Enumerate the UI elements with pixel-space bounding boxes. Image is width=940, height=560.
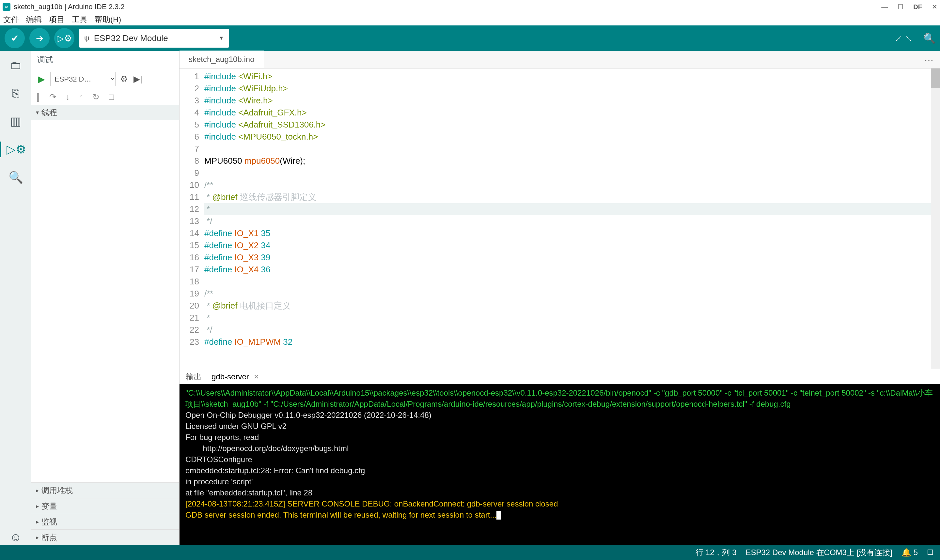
debug-controls: ▶ ESP32 D… ⚙ ▶| bbox=[31, 69, 179, 89]
notifications-icon[interactable]: 🔔 5 bbox=[901, 548, 918, 557]
app-logo-icon: ∞ bbox=[3, 3, 11, 11]
debug-panel: 调试 ▶ ESP32 D… ⚙ ▶| ‖ ↷ ↓ ↑ ↻ □ ▾线程 ▸调用堆栈… bbox=[31, 51, 180, 545]
terminal-tabs: 输出 gdb-server ✕ bbox=[180, 369, 940, 384]
line-gutter: 1234567891011121314151617181920212223 bbox=[180, 69, 204, 369]
activity-bar: 🗀 ⎘ ▥ ▷⚙ 🔍 ☺ bbox=[0, 51, 31, 545]
menu-tools[interactable]: 工具 bbox=[72, 14, 88, 25]
library-manager-icon[interactable]: ▥ bbox=[8, 114, 23, 129]
menubar: 文件 编辑 项目 工具 帮助(H) bbox=[0, 14, 940, 25]
editor-area: sketch_aug10b.ino ⋯ 12345678910111213141… bbox=[180, 51, 940, 545]
chevron-right-icon: ▸ bbox=[36, 503, 39, 510]
start-debug-button[interactable]: ▶ bbox=[36, 74, 47, 85]
usb-icon: ψ bbox=[84, 34, 89, 42]
maximize-icon[interactable]: ☐ bbox=[898, 3, 903, 11]
minimize-icon[interactable]: — bbox=[881, 3, 888, 11]
scrollbar-thumb[interactable] bbox=[931, 69, 940, 88]
menu-file[interactable]: 文件 bbox=[3, 14, 19, 25]
step-out-icon[interactable]: ↑ bbox=[79, 92, 83, 102]
close-terminal-tab-icon[interactable]: ✕ bbox=[254, 373, 259, 381]
main: 🗀 ⎘ ▥ ▷⚙ 🔍 ☺ 调试 ▶ ESP32 D… ⚙ ▶| ‖ ↷ ↓ ↑ … bbox=[0, 51, 940, 545]
serial-monitor-icon[interactable]: 🔍 bbox=[923, 32, 935, 44]
gear-icon[interactable]: ⚙ bbox=[119, 73, 129, 85]
step-over-icon[interactable]: ↷ bbox=[49, 92, 57, 102]
section-breakpoints[interactable]: ▸断点 bbox=[31, 529, 179, 545]
terminal-panel: 输出 gdb-server ✕ "C:\\Users\\Administrato… bbox=[180, 369, 940, 545]
statusbar: 行 12，列 3 ESP32 Dev Module 在COM3上 [没有连接] … bbox=[0, 545, 940, 560]
tab-output[interactable]: 输出 bbox=[186, 371, 202, 382]
code-content[interactable]: #include <WiFi.h> #include <WiFiUdp.h> #… bbox=[204, 69, 940, 369]
search-icon[interactable]: 🔍 bbox=[8, 169, 23, 185]
chevron-down-icon: ▼ bbox=[219, 35, 224, 41]
debug-console-icon[interactable]: ▶| bbox=[132, 73, 143, 85]
chevron-down-icon: ▾ bbox=[36, 109, 39, 116]
board-selector[interactable]: ψ ESP32 Dev Module ▼ bbox=[79, 29, 229, 48]
debug-config-select[interactable]: ESP32 D… bbox=[50, 72, 116, 86]
pause-icon[interactable]: ‖ bbox=[36, 92, 40, 102]
section-callstack[interactable]: ▸调用堆栈 bbox=[31, 482, 179, 498]
boards-manager-icon[interactable]: ⎘ bbox=[8, 85, 23, 101]
menu-help[interactable]: 帮助(H) bbox=[95, 14, 121, 25]
board-status[interactable]: ESP32 Dev Module 在COM3上 [没有连接] bbox=[746, 547, 892, 558]
chevron-right-icon: ▸ bbox=[36, 487, 39, 494]
window-title: sketch_aug10b | Arduino IDE 2.3.2 bbox=[14, 3, 881, 11]
debug-panel-title: 调试 bbox=[31, 51, 179, 69]
debug-view-icon[interactable]: ▷⚙ bbox=[0, 142, 31, 157]
menu-sketch[interactable]: 项目 bbox=[49, 14, 65, 25]
tab-sketch[interactable]: sketch_aug10b.ino bbox=[180, 51, 264, 68]
chevron-right-icon: ▸ bbox=[36, 518, 39, 525]
chevron-right-icon: ▸ bbox=[36, 534, 39, 541]
step-into-icon[interactable]: ↓ bbox=[66, 92, 70, 102]
more-icon[interactable]: ⋯ bbox=[924, 55, 934, 66]
verify-button[interactable]: ✔ bbox=[5, 28, 25, 48]
df-badge: DF bbox=[913, 3, 922, 11]
section-threads[interactable]: ▾线程 bbox=[31, 105, 179, 120]
debug-button[interactable]: ▷⚙ bbox=[54, 28, 74, 48]
close-icon[interactable]: ✕ bbox=[932, 3, 937, 11]
restart-icon[interactable]: ↻ bbox=[92, 92, 100, 102]
section-watch[interactable]: ▸监视 bbox=[31, 514, 179, 529]
toolbar: ✔ ➔ ▷⚙ ψ ESP32 Dev Module ▼ ⟋⟍ 🔍 bbox=[0, 25, 940, 51]
code-editor[interactable]: 1234567891011121314151617181920212223 #i… bbox=[180, 69, 940, 369]
tab-gdb-server[interactable]: gdb-server bbox=[211, 372, 249, 381]
account-icon[interactable]: ☺ bbox=[8, 529, 23, 545]
upload-button[interactable]: ➔ bbox=[29, 28, 49, 48]
cursor-position[interactable]: 行 12，列 3 bbox=[695, 547, 736, 558]
terminal-body[interactable]: "C:\\Users\\Administrator\\AppData\\Loca… bbox=[180, 384, 940, 545]
close-panel-icon[interactable]: ☐ bbox=[927, 548, 934, 557]
sketchbook-icon[interactable]: 🗀 bbox=[8, 57, 23, 73]
scrollbar-track[interactable] bbox=[931, 69, 940, 369]
window-controls: — ☐ DF ✕ bbox=[881, 3, 937, 11]
serial-plotter-icon[interactable]: ⟋⟍ bbox=[894, 32, 914, 44]
editor-tabs: sketch_aug10b.ino ⋯ bbox=[180, 51, 940, 69]
menu-edit[interactable]: 编辑 bbox=[26, 14, 42, 25]
titlebar: ∞ sketch_aug10b | Arduino IDE 2.3.2 — ☐ … bbox=[0, 0, 940, 14]
debug-step-row: ‖ ↷ ↓ ↑ ↻ □ bbox=[31, 89, 179, 105]
board-name: ESP32 Dev Module bbox=[94, 33, 168, 43]
section-variables[interactable]: ▸变量 bbox=[31, 498, 179, 514]
stop-icon[interactable]: □ bbox=[109, 92, 114, 102]
